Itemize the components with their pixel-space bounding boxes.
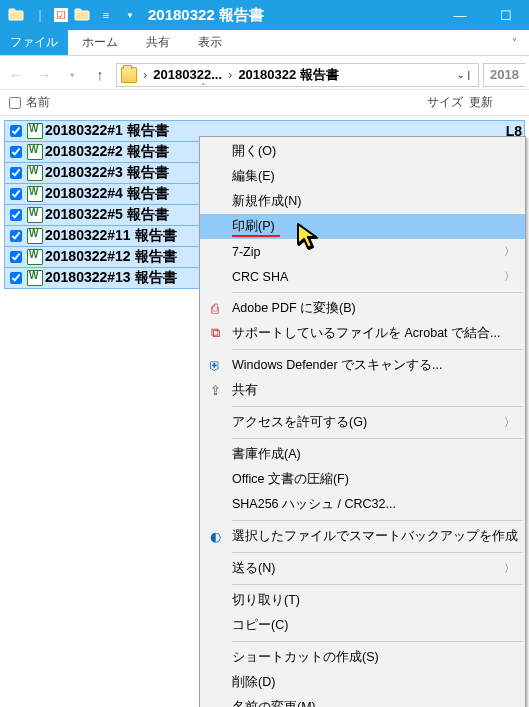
ribbon-collapse-icon[interactable]: ˅ — [499, 30, 529, 55]
maximize-button[interactable]: ☐ — [483, 0, 529, 30]
sort-indicator-icon: ˄ — [201, 82, 206, 92]
file-name: 20180322#11 報告書 — [45, 227, 177, 245]
word-doc-icon — [27, 165, 43, 181]
menu-sendto[interactable]: 送る(N)〉 — [200, 556, 525, 581]
context-menu: 開く(O) 編集(E) 新規作成(N) 印刷(P) 7-Zip〉 CRC SHA… — [199, 136, 526, 707]
pdf-combine-icon: ⧉ — [206, 325, 224, 343]
row-checkbox[interactable] — [10, 209, 22, 221]
tab-share[interactable]: 共有 — [132, 30, 184, 55]
menu-separator — [232, 349, 523, 350]
menu-new[interactable]: 新規作成(N) — [200, 189, 525, 214]
file-name: 20180322#5 報告書 — [45, 206, 169, 224]
svg-rect-1 — [9, 9, 15, 12]
pdf-icon: ⎙ — [206, 300, 224, 318]
menu-acrobat-combine[interactable]: ⧉サポートしているファイルを Acrobat で結合... — [200, 321, 525, 346]
menu-defender[interactable]: ⛨Windows Defender でスキャンする... — [200, 353, 525, 378]
minimize-button[interactable]: — — [437, 0, 483, 30]
menu-cut[interactable]: 切り取り(T) — [200, 588, 525, 613]
word-doc-icon — [27, 207, 43, 223]
menu-separator — [232, 641, 523, 642]
menu-edit[interactable]: 編集(E) — [200, 164, 525, 189]
menu-share[interactable]: ⇪共有 — [200, 378, 525, 403]
breadcrumb-chevron-icon[interactable]: › — [141, 67, 149, 82]
menu-adobe-pdf[interactable]: ⎙Adobe PDF に変換(B) — [200, 296, 525, 321]
word-doc-icon — [27, 123, 43, 139]
address-bar[interactable]: › 20180322... › 20180322 報告書 ⌄ | — [116, 63, 479, 87]
column-headers: 名前 サイズ 更新 — [0, 90, 529, 116]
submenu-arrow-icon: 〉 — [504, 561, 515, 576]
navigation-bar: ← → ▾ ↑ › 20180322... › 20180322 報告書 ⌄ |… — [0, 60, 529, 90]
column-date[interactable]: 更新 — [463, 94, 523, 111]
file-name: 20180322#1 報告書 — [45, 122, 169, 140]
menu-open[interactable]: 開く(O) — [200, 139, 525, 164]
menu-separator — [232, 438, 523, 439]
qat-equal-icon[interactable]: ≡ — [96, 5, 116, 25]
nav-history-dropdown[interactable]: ▾ — [60, 63, 84, 87]
row-checkbox[interactable] — [10, 272, 22, 284]
menu-separator — [232, 292, 523, 293]
tab-file[interactable]: ファイル — [0, 30, 68, 55]
search-input[interactable]: 2018 — [483, 63, 525, 87]
menu-delete[interactable]: 削除(D) — [200, 670, 525, 695]
share-icon: ⇪ — [206, 382, 224, 400]
word-doc-icon — [27, 186, 43, 202]
qat-properties-icon[interactable]: ☑ — [54, 8, 68, 22]
menu-shortcut[interactable]: ショートカットの作成(S) — [200, 645, 525, 670]
nav-forward-button[interactable]: → — [32, 63, 56, 87]
address-folder-icon — [121, 67, 137, 83]
menu-copy[interactable]: コピー(C) — [200, 613, 525, 638]
menu-print[interactable]: 印刷(P) — [200, 214, 525, 239]
menu-archive[interactable]: 書庫作成(A) — [200, 442, 525, 467]
ribbon-tabs: ファイル ホーム 共有 表示 ˅ — [0, 30, 529, 56]
file-name: 20180322#13 報告書 — [45, 269, 177, 287]
row-checkbox[interactable] — [10, 230, 22, 242]
breadcrumb-item[interactable]: 20180322... — [153, 67, 222, 82]
file-name: 20180322#4 報告書 — [45, 185, 169, 203]
file-name: 20180322#2 報告書 — [45, 143, 169, 161]
highlight-underline — [232, 235, 280, 237]
row-checkbox[interactable] — [10, 167, 22, 179]
qat-folder-icon[interactable] — [72, 5, 92, 25]
file-name: 20180322#12 報告書 — [45, 248, 177, 266]
menu-rename[interactable]: 名前の変更(M) — [200, 695, 525, 707]
svg-rect-3 — [75, 9, 81, 12]
select-all-checkbox[interactable] — [9, 97, 21, 109]
row-checkbox[interactable] — [10, 146, 22, 158]
shield-icon: ⛨ — [206, 357, 224, 375]
row-checkbox[interactable] — [10, 251, 22, 263]
menu-sha256[interactable]: SHA256 ハッシュ / CRC32... — [200, 492, 525, 517]
address-dropdown-icon[interactable]: ⌄ | — [457, 70, 474, 80]
breadcrumb-chevron-icon[interactable]: › — [226, 67, 234, 82]
annotation-cursor-icon — [296, 222, 322, 255]
nav-up-button[interactable]: ↑ — [88, 63, 112, 87]
window-title: 20180322 報告書 — [148, 6, 264, 25]
menu-smartbackup[interactable]: ◐選択したファイルでスマートバックアップを作成 — [200, 524, 525, 549]
file-name: 20180322#3 報告書 — [45, 164, 169, 182]
word-doc-icon — [27, 249, 43, 265]
word-doc-icon — [27, 270, 43, 286]
submenu-arrow-icon: 〉 — [504, 415, 515, 430]
nav-back-button[interactable]: ← — [4, 63, 28, 87]
column-name[interactable]: 名前 — [24, 94, 403, 111]
menu-separator — [232, 584, 523, 585]
word-doc-icon — [27, 144, 43, 160]
qat-separator: | — [30, 5, 50, 25]
menu-7zip[interactable]: 7-Zip〉 — [200, 239, 525, 264]
tab-view[interactable]: 表示 — [184, 30, 236, 55]
folder-icon — [6, 5, 26, 25]
row-checkbox[interactable] — [10, 188, 22, 200]
menu-office-compress[interactable]: Office 文書の圧縮(F) — [200, 467, 525, 492]
menu-access[interactable]: アクセスを許可する(G)〉 — [200, 410, 525, 435]
window-controls: — ☐ — [437, 0, 529, 30]
column-size[interactable]: サイズ — [403, 94, 463, 111]
tab-home[interactable]: ホーム — [68, 30, 132, 55]
qat-dropdown-icon[interactable]: ▼ — [120, 5, 140, 25]
word-doc-icon — [27, 228, 43, 244]
menu-separator — [232, 520, 523, 521]
menu-separator — [232, 552, 523, 553]
menu-crcsha[interactable]: CRC SHA〉 — [200, 264, 525, 289]
breadcrumb-item[interactable]: 20180322 報告書 — [238, 66, 338, 84]
submenu-arrow-icon: 〉 — [504, 244, 515, 259]
row-checkbox[interactable] — [10, 125, 22, 137]
quick-access-toolbar: | ☑ ≡ ▼ — [0, 5, 140, 25]
